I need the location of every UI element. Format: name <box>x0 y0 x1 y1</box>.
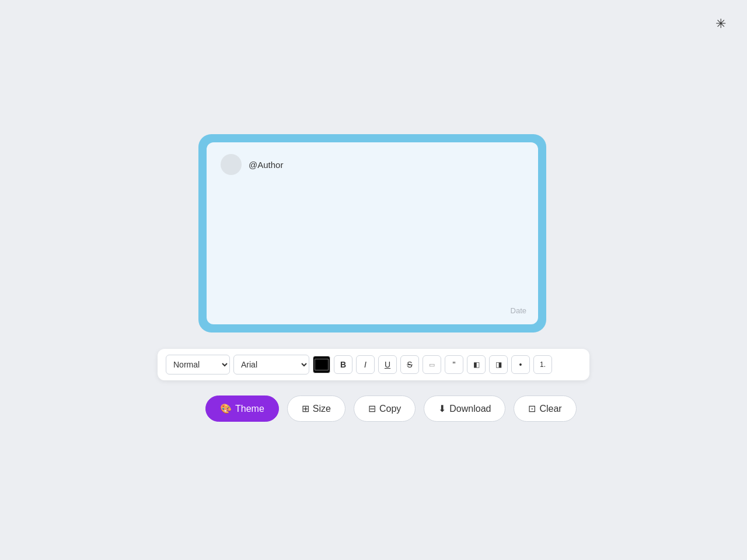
strikethrough-button[interactable]: S <box>400 355 419 374</box>
ordered-list-button[interactable]: 1. <box>533 355 552 374</box>
tweet-card: @Author Date <box>207 142 538 324</box>
underline-button[interactable]: U <box>378 355 397 374</box>
size-icon: ⊞ <box>302 403 309 414</box>
copy-button[interactable]: ⊟ Copy <box>354 396 416 422</box>
download-button[interactable]: ⬇ Download <box>424 396 505 422</box>
size-label: Size <box>313 404 331 414</box>
theme-button[interactable]: 🎨 Theme <box>205 396 279 422</box>
download-icon: ⬇ <box>438 403 446 414</box>
theme-icon: 🎨 <box>220 403 232 414</box>
action-buttons-row: 🎨 Theme ⊞ Size ⊟ Copy ⬇ Download ⊡ Clear <box>205 396 577 422</box>
card-date: Date <box>511 306 526 315</box>
font-select[interactable]: Arial Times New Roman Courier New Georgi… <box>233 355 309 374</box>
color-picker[interactable] <box>313 356 330 373</box>
copy-icon: ⊟ <box>368 403 376 414</box>
card-container: @Author Date <box>198 134 546 332</box>
avatar <box>221 154 242 175</box>
card-header: @Author <box>221 154 524 175</box>
clear-label: Clear <box>539 404 561 414</box>
formatting-toolbar: Normal Heading 1 Heading 2 Heading 3 Ari… <box>158 349 589 380</box>
quote-button[interactable]: " <box>445 355 463 374</box>
bold-button[interactable]: B <box>334 355 352 374</box>
copy-label: Copy <box>379 404 401 414</box>
align-left-button[interactable]: ◧ <box>467 355 486 374</box>
blockquote-button[interactable]: ▭ <box>423 355 441 374</box>
clear-button[interactable]: ⊡ Clear <box>514 396 576 422</box>
italic-button[interactable]: I <box>356 355 375 374</box>
download-label: Download <box>449 404 491 414</box>
card-body <box>221 182 524 313</box>
size-button[interactable]: ⊞ Size <box>287 396 345 422</box>
clear-icon: ⊡ <box>528 403 536 414</box>
align-right-button[interactable]: ◨ <box>489 355 508 374</box>
theme-label: Theme <box>235 404 264 414</box>
heading-select[interactable]: Normal Heading 1 Heading 2 Heading 3 <box>166 355 230 374</box>
settings-icon[interactable]: ✳ <box>715 16 726 32</box>
bullet-list-button[interactable]: • <box>511 355 530 374</box>
author-label: @Author <box>249 160 283 170</box>
